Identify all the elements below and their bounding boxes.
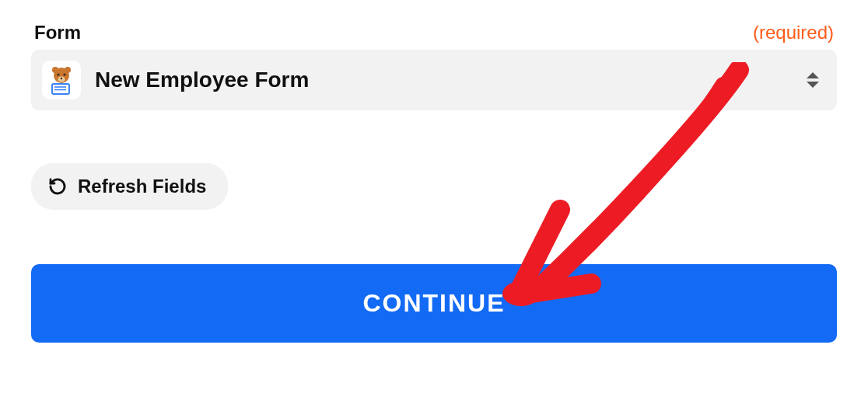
svg-point-2 xyxy=(65,67,71,73)
refresh-icon xyxy=(48,177,67,196)
wpforms-app-icon xyxy=(42,61,81,99)
form-select-dropdown[interactable]: New Employee Form xyxy=(31,50,837,110)
form-select-value: New Employee Form xyxy=(95,68,790,92)
svg-rect-7 xyxy=(52,84,69,94)
svg-point-1 xyxy=(52,67,58,73)
svg-point-6 xyxy=(61,78,62,79)
form-field-label: Form xyxy=(34,22,81,44)
field-label-row: Form (required) xyxy=(31,22,837,44)
continue-button-label: CONTINUE xyxy=(362,289,505,317)
svg-point-4 xyxy=(63,73,65,75)
required-indicator: (required) xyxy=(753,22,834,44)
continue-button[interactable]: CONTINUE xyxy=(31,264,837,343)
refresh-fields-label: Refresh Fields xyxy=(78,176,206,197)
select-sort-icon xyxy=(804,69,821,91)
refresh-fields-button[interactable]: Refresh Fields xyxy=(31,163,228,210)
svg-point-3 xyxy=(57,73,59,75)
